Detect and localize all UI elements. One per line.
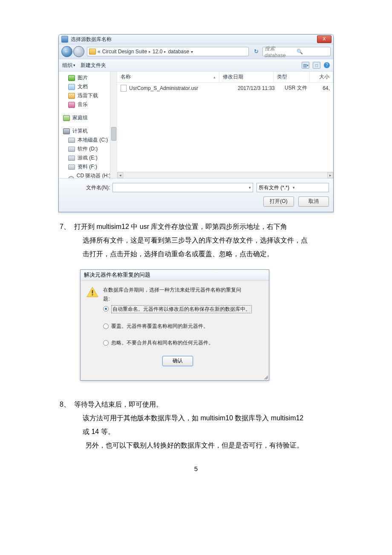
breadcrumb-seg[interactable]: database (168, 49, 189, 55)
breadcrumb[interactable]: « Circuit Design Suite ▸ 12.0 ▸ database… (87, 47, 249, 56)
cancel-button[interactable]: 取消 (298, 197, 329, 207)
search-input[interactable]: 搜索 database 🔍 (262, 47, 331, 56)
search-icon: 🔍 (297, 49, 329, 55)
sidebar-item-homegroup[interactable]: 家庭组 (59, 113, 117, 122)
filename-label: 文件名(N): (63, 184, 112, 191)
option-ignore[interactable]: 忽略。不要合并具有相同名称的任何元器件。 (103, 339, 252, 347)
step-text: 击打开，点击开始，选择自动重命名或覆盖、忽略，点击确定。 (83, 250, 274, 257)
file-type-filter[interactable]: 所有文件 (*.*) ▾ (257, 183, 329, 192)
navigation-bar: ← → « Circuit Design Suite ▸ 12.0 ▸ data… (59, 44, 333, 59)
scroll-right-icon[interactable]: ▸ (327, 172, 333, 178)
file-list-header[interactable]: 名称▴ 修改日期 类型 大小 (117, 72, 333, 83)
chevron-right-icon: ▸ (149, 49, 151, 54)
horizontal-scrollbar[interactable]: ◂ ▸ (117, 172, 333, 178)
chevron-down-icon[interactable]: ▾ (249, 185, 251, 190)
organize-button[interactable]: 组织 ▾ (62, 62, 75, 69)
option-overwrite[interactable]: 覆盖。元器件将覆盖名称相同的新元器件。 (103, 323, 252, 330)
new-folder-button[interactable]: 新建文件夹 (81, 62, 106, 69)
chevron-down-icon: ▾ (307, 64, 308, 67)
sidebar-item-documents[interactable]: 文档 (59, 82, 117, 91)
drive-icon (68, 138, 75, 143)
folder-icon (89, 49, 96, 55)
page-number: 5 (43, 465, 349, 472)
downloads-icon (68, 93, 75, 99)
close-button[interactable]: X (317, 35, 331, 43)
forward-button[interactable]: → (73, 46, 84, 57)
file-row[interactable]: UsrComp_S_Administrator.usr 2017/12/3 11… (117, 83, 333, 93)
music-icon (68, 102, 75, 108)
column-size[interactable]: 大小 (310, 72, 333, 82)
sidebar-item-downloads[interactable]: 迅雷下载 (59, 91, 117, 100)
sidebar-scrollbar[interactable] (110, 72, 117, 178)
sidebar-item-pictures[interactable]: 图片 (59, 73, 117, 82)
list-number: 7、 (60, 220, 74, 234)
breadcrumb-seg[interactable]: Circuit Design Suite (102, 49, 147, 55)
step-text: 或 14 等。 (83, 428, 115, 435)
svg-rect-2 (92, 294, 93, 295)
option-label: 忽略。不要合并具有相同名称的任何元器件。 (111, 339, 213, 347)
chevron-down-icon: ▾ (73, 63, 75, 67)
help-button[interactable]: ? (324, 62, 330, 68)
radio-icon[interactable] (103, 340, 109, 346)
chevron-right-icon: ▸ (164, 49, 166, 54)
filename-input[interactable]: ▾ (112, 183, 253, 192)
sidebar-item-computer[interactable]: 计算机 (59, 127, 117, 136)
list-number: 8、 (60, 398, 74, 411)
view-button[interactable]: ▥ ▾ (302, 62, 309, 69)
resize-grip[interactable] (263, 374, 268, 379)
radio-icon[interactable] (103, 306, 109, 312)
file-list: 名称▴ 修改日期 类型 大小 UsrComp_S_Administrator.u… (117, 72, 333, 178)
computer-icon (63, 128, 70, 134)
dialog-footer: 文件名(N): ▾ 所有文件 (*.*) ▾ 打开(O) 取消 (59, 178, 333, 212)
breadcrumb-seg[interactable]: 12.0 (153, 49, 162, 55)
sidebar-item-music[interactable]: 音乐 (59, 100, 117, 109)
homegroup-icon (63, 115, 70, 121)
pictures-icon (68, 75, 75, 81)
sidebar-item-drive-e[interactable]: 游戏 (E:) (59, 153, 117, 162)
step-text: 选择所有文件，这是可看到第三步导入的库文件存放文件，选择该文件，点 (83, 237, 308, 244)
back-button[interactable]: ← (61, 46, 72, 57)
warning-icon (86, 286, 98, 298)
filter-value: 所有文件 (*.*) (259, 184, 293, 191)
step-text: 另外，也可以下载别人转换好的数据库文件，但是是否可行，有待验证。 (85, 442, 303, 449)
toolbar: 组织 ▾ 新建文件夹 ▥ ▾ □ ? (59, 59, 333, 72)
drive-icon (68, 156, 75, 161)
sidebar-item-drive-d[interactable]: 软件 (D:) (59, 145, 117, 153)
file-type: USR 文件 (285, 84, 314, 92)
refresh-button[interactable]: ↻ (252, 48, 260, 55)
column-date[interactable]: 修改日期 (219, 72, 274, 82)
file-open-dialog: 选择源数据库名称 X ← → « Circuit Design Suite ▸ … (58, 34, 334, 212)
conflict-dialog-title[interactable]: 解决元器件名称重复的问题 (81, 270, 269, 280)
conflict-dialog: 解决元器件名称重复的问题 在数据库合并期间，选择一种方法来处理元器件名称的重复问… (80, 269, 269, 381)
preview-pane-button[interactable]: □ (313, 62, 320, 69)
step-text: 等待导入结束后，即可使用。 (74, 401, 163, 408)
dialog-titlebar[interactable]: 选择源数据库名称 X (59, 35, 333, 44)
dialog-icon (61, 36, 68, 43)
option-label: 覆盖。元器件将覆盖名称相同的新元器件。 (111, 323, 208, 330)
conflict-message: 在数据库合并期间，选择一种方法来处理元器件名称的重复问 (103, 286, 252, 294)
drive-icon (68, 165, 75, 170)
radio-icon[interactable] (103, 324, 109, 329)
sidebar-item-drive-f[interactable]: 资料 (F:) (59, 162, 117, 171)
option-auto-rename[interactable]: 自动重命名。元器件将以修改后的名称保存在新的数据库中。 (103, 305, 252, 313)
documents-icon (68, 84, 75, 90)
sidebar-item-cd-drive[interactable]: CD 驱动器 (H:) 2 (59, 171, 117, 178)
breadcrumb-dropdown[interactable]: ▾ (191, 49, 193, 54)
file-name: UsrComp_S_Administrator.usr (129, 85, 198, 91)
step-text: 该方法可用于其他版本数据库导入，如 multisim10 数据库导入 multi… (83, 414, 303, 422)
sidebar-item-drive-c[interactable]: 本地磁盘 (C:) (59, 136, 117, 145)
confirm-button[interactable]: 确认 (162, 356, 193, 366)
open-button[interactable]: 打开(O) (263, 197, 294, 207)
option-label: 自动重命名。元器件将以修改后的名称保存在新的数据库中。 (111, 305, 252, 313)
search-placeholder: 搜索 database (265, 45, 297, 58)
svg-rect-1 (92, 290, 93, 294)
scroll-left-icon[interactable]: ◂ (117, 172, 123, 178)
file-size: 64, (314, 85, 330, 91)
file-date: 2017/12/3 11:33 (238, 85, 285, 91)
column-type[interactable]: 类型 (274, 72, 310, 82)
cd-icon (68, 176, 74, 179)
chevron-down-icon[interactable]: ▾ (293, 185, 327, 190)
step-8: 8、等待导入结束后，即可使用。 该方法可用于其他版本数据库导入，如 multis… (60, 398, 341, 452)
step-7: 7、打开到 multisim12 中 usr 库文件存放位置，即第四步所示地址，… (60, 220, 341, 261)
column-name[interactable]: 名称▴ (117, 72, 219, 82)
